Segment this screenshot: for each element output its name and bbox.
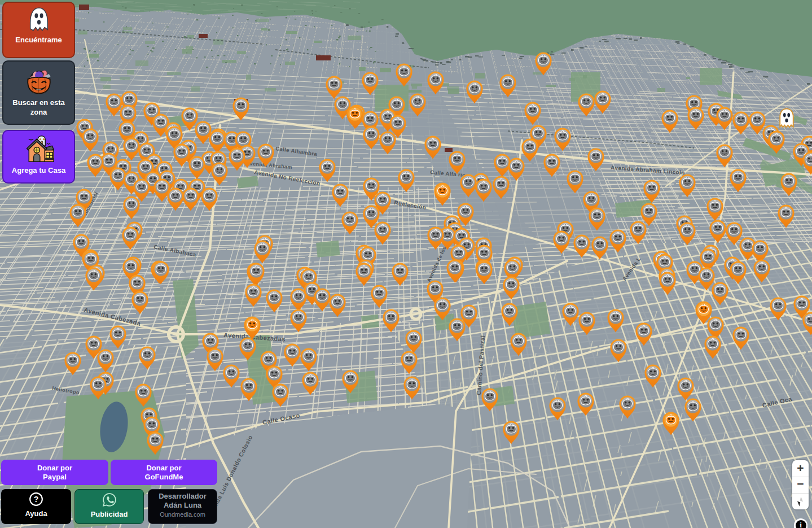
- svg-text:?: ?: [34, 495, 39, 504]
